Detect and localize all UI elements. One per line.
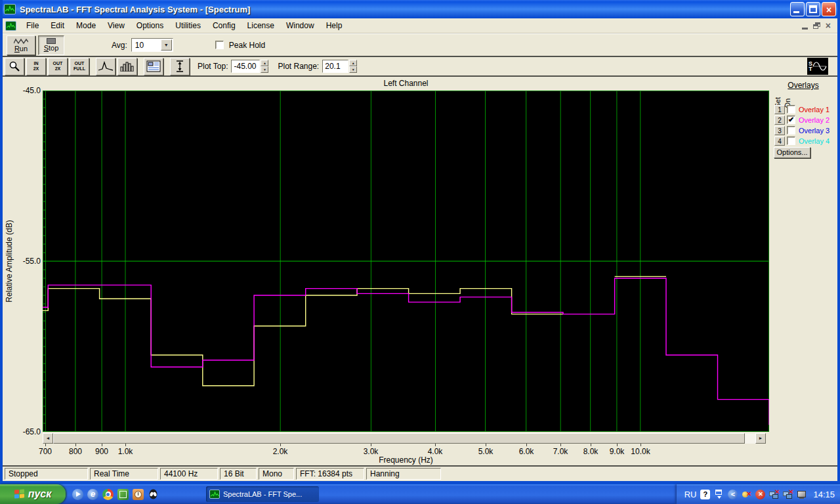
y-tick-label: -55.0 xyxy=(7,257,41,266)
menu-edit[interactable]: Edit xyxy=(45,20,70,32)
tray-display-icon[interactable] xyxy=(797,490,807,499)
x-tick-label: 8.0k xyxy=(583,447,598,456)
plot-top-field[interactable]: -45.00 xyxy=(231,60,260,73)
language-indicator[interactable]: RU xyxy=(684,490,697,499)
zoom-out-2x-button[interactable]: OUT 2X xyxy=(48,58,68,75)
x-tick-mark xyxy=(102,444,102,446)
menu-mode[interactable]: Mode xyxy=(70,20,102,32)
frequency-scrollbar[interactable]: ◄ ► xyxy=(43,433,766,444)
tray-network-disconnected-icon[interactable]: ✕ xyxy=(783,490,793,499)
scrollbar-thumb[interactable] xyxy=(53,433,745,444)
tray-chevron-icon[interactable]: < xyxy=(728,490,738,499)
tray-clock[interactable]: 14:15 xyxy=(813,490,835,499)
scroll-right-icon[interactable]: ► xyxy=(755,433,766,444)
menu-help[interactable]: Help xyxy=(320,20,348,32)
status-sample-rate: 44100 Hz xyxy=(160,468,218,480)
x-tick-mark xyxy=(280,444,281,446)
tray-volume-muted-icon[interactable]: ✕ xyxy=(742,490,751,499)
overlay-2-set-button[interactable]: 2 xyxy=(774,116,785,125)
display-settings-button[interactable] xyxy=(144,58,163,75)
x-tick-label: 700 xyxy=(39,447,52,456)
chrome-icon[interactable] xyxy=(102,489,114,500)
x-tick-mark xyxy=(371,444,371,446)
x-tick-mark xyxy=(617,444,618,446)
x-axis-title: Frequency (Hz) xyxy=(43,455,769,465)
menu-options[interactable]: Options xyxy=(131,20,169,32)
clock-app-icon[interactable] xyxy=(133,489,144,500)
plot-range-field[interactable]: 20.1 xyxy=(322,60,348,73)
plot-range-label: Plot Range: xyxy=(278,62,319,71)
combo-arrow-icon[interactable]: ▼ xyxy=(161,39,172,51)
stop-label: Stop xyxy=(44,44,59,52)
avg-combobox[interactable]: 10 ▼ xyxy=(131,38,173,52)
bar-display-button[interactable] xyxy=(117,58,137,75)
peak-hold-checkbox[interactable] xyxy=(215,41,224,49)
mdi-restore-icon[interactable] xyxy=(813,22,820,29)
overlay-4-checkbox[interactable] xyxy=(787,136,795,145)
menu-file[interactable]: File xyxy=(20,20,45,32)
desktop: SpectraLAB - FFT Spectral Analysis Syste… xyxy=(0,0,840,504)
vertical-scale-icon xyxy=(175,60,185,73)
spin-up-icon: ▲ xyxy=(261,60,268,66)
spectrum-plot[interactable] xyxy=(43,91,769,432)
windows-logo-icon xyxy=(14,489,25,499)
green-app-icon[interactable] xyxy=(117,489,129,500)
scroll-left-icon[interactable]: ◄ xyxy=(43,433,53,444)
overlay-4-label: Overlay 4 xyxy=(799,137,830,145)
status-run-state: Stopped xyxy=(5,468,88,480)
status-bit-depth: 16 Bit xyxy=(220,468,257,480)
quick-launch: e xyxy=(72,489,159,500)
zoom-out-full-button[interactable]: OUT FULL xyxy=(70,58,89,75)
overlay-4-set-button[interactable]: 4 xyxy=(774,136,785,146)
overlay-3-set-button[interactable]: 3 xyxy=(774,126,785,135)
x-tick-label: 5.0k xyxy=(478,447,494,456)
browser-icon[interactable]: e xyxy=(87,489,98,500)
alien-app-icon[interactable] xyxy=(148,489,159,500)
overlay-2-checkbox[interactable]: ✔ xyxy=(787,116,795,124)
start-button[interactable]: пуск xyxy=(0,484,66,504)
minimize-button[interactable] xyxy=(790,2,805,16)
zoom-cursor-button[interactable] xyxy=(5,58,24,75)
taskbar-app-button[interactable]: SpectraLAB - FFT Spe... xyxy=(206,486,319,502)
plot-top-spinner[interactable]: ▲▼ xyxy=(261,60,268,73)
app-icon xyxy=(4,4,16,14)
bar-chart-icon xyxy=(120,61,135,72)
x-tick-mark xyxy=(125,444,126,446)
overlay-3-checkbox[interactable] xyxy=(787,126,795,135)
help-tray-icon[interactable]: ? xyxy=(700,490,710,499)
x-tick-label: 10.0k xyxy=(631,447,650,456)
overlays-options-button[interactable]: Options... xyxy=(774,147,810,158)
overlay-1-set-button[interactable]: 1 xyxy=(774,105,785,114)
x-tick-mark xyxy=(560,444,561,446)
status-mode: Real Time xyxy=(90,468,158,480)
overlay-1-checkbox[interactable] xyxy=(787,105,795,114)
menu-view[interactable]: View xyxy=(102,20,131,32)
mdi-minimize-icon[interactable] xyxy=(802,28,808,30)
signal-generator-icon[interactable]: S T xyxy=(807,58,828,75)
menu-config[interactable]: Config xyxy=(207,20,242,32)
tray-security-alert-icon[interactable]: ✕ xyxy=(755,490,765,499)
menu-window[interactable]: Window xyxy=(280,20,320,32)
media-player-icon[interactable] xyxy=(72,489,83,500)
menu-utilities[interactable]: Utilities xyxy=(169,20,207,32)
window-restore-tray-icon[interactable] xyxy=(714,490,724,499)
mdi-close-icon[interactable]: × xyxy=(826,22,831,30)
taskbar-app-label: SpectraLAB - FFT Spe... xyxy=(223,490,302,498)
stop-button[interactable]: Stop xyxy=(38,35,64,55)
x-tick-label: 800 xyxy=(69,447,82,456)
x-tick-label: 9.0k xyxy=(610,447,625,456)
tray-wireless-disconnected-icon[interactable]: ✕ xyxy=(769,490,779,499)
plot-range-spinner[interactable]: ▲▼ xyxy=(349,60,357,73)
maximize-button[interactable] xyxy=(806,2,820,16)
close-button[interactable]: × xyxy=(822,2,836,16)
line-display-button[interactable] xyxy=(96,58,116,75)
x-tick-mark xyxy=(591,444,591,446)
amplitude-axis-button[interactable] xyxy=(170,58,190,75)
zoom-in-2x-button[interactable]: IN 2X xyxy=(26,58,46,75)
scrollbar-track[interactable] xyxy=(745,433,755,444)
menu-license[interactable]: License xyxy=(242,20,280,32)
title-bar: SpectraLAB - FFT Spectral Analysis Syste… xyxy=(0,0,840,18)
magnifier-icon xyxy=(9,60,20,72)
run-button[interactable]: Run xyxy=(7,35,35,55)
status-channels: Mono xyxy=(259,468,294,480)
